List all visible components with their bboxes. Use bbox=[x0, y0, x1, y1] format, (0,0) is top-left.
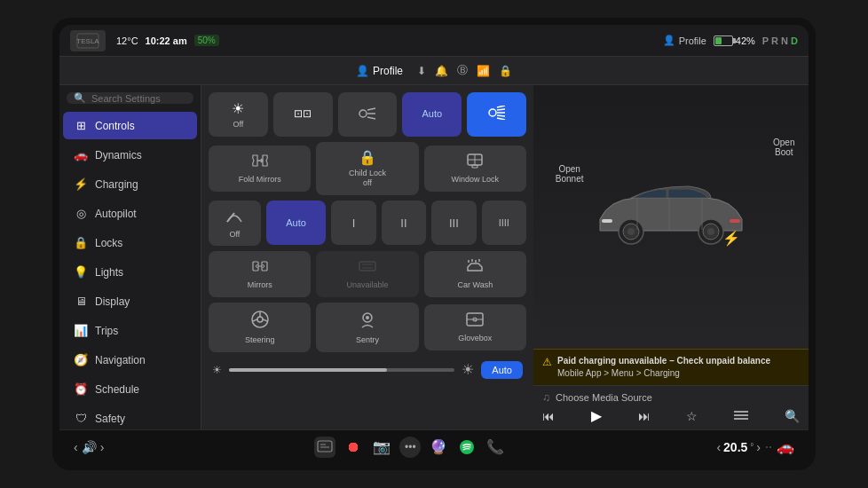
profile-label[interactable]: 👤 Profile bbox=[356, 65, 403, 77]
svg-line-19 bbox=[227, 213, 234, 222]
brightness-auto-btn[interactable]: Auto bbox=[481, 361, 523, 379]
media-bar: ♫ Choose Media Source ⏮ ▶ ⏭ ☆ bbox=[533, 385, 809, 429]
volume-icon[interactable]: 🔊 bbox=[82, 440, 97, 454]
sidebar-item-display[interactable]: 🖥 Display bbox=[63, 287, 197, 315]
clock: 10:22 am bbox=[146, 35, 187, 46]
sidebar-item-locks[interactable]: 🔒 Locks bbox=[63, 229, 197, 256]
wipers-row: Off Auto I II III IIII bbox=[209, 201, 526, 247]
sun-icon: ☀ bbox=[232, 100, 244, 117]
app-spotify[interactable] bbox=[456, 437, 477, 458]
screen: TESLA 12°C 10:22 am 50% 👤 Profile 42% P … bbox=[59, 25, 809, 463]
search-input[interactable] bbox=[91, 93, 186, 104]
fan-dots bbox=[766, 446, 771, 448]
svg-text:TESLA: TESLA bbox=[76, 37, 99, 45]
wiper-speed-4-btn[interactable]: IIII bbox=[482, 201, 526, 245]
child-lock-btn[interactable]: 🔒 Child Lockoff bbox=[316, 142, 418, 195]
locks-icon: 🔒 bbox=[74, 236, 88, 249]
lights-icon: 💡 bbox=[74, 265, 88, 279]
car-illustration bbox=[582, 173, 760, 262]
lock-icon[interactable]: 🔒 bbox=[499, 65, 512, 77]
app-browser[interactable] bbox=[314, 437, 335, 458]
wiper-off-btn[interactable]: Off bbox=[209, 201, 261, 247]
sidebar-item-trips[interactable]: 📊 Trips bbox=[63, 317, 197, 344]
app-energy[interactable]: 🔮 bbox=[428, 437, 449, 458]
open-boot-label[interactable]: Open Boot bbox=[773, 138, 794, 157]
parking-icon: ⊡⊡ bbox=[294, 107, 312, 120]
mirrors-icon bbox=[250, 258, 270, 278]
app-camera[interactable]: 📷 bbox=[371, 437, 392, 458]
sidebar-item-dynamics[interactable]: 🚗 Dynamics bbox=[63, 141, 197, 169]
search-box[interactable]: 🔍 bbox=[67, 92, 193, 104]
sidebar-item-safety[interactable]: 🛡 Safety bbox=[63, 405, 197, 429]
queue-btn[interactable] bbox=[734, 409, 748, 423]
charging-icon: ⚡ bbox=[74, 177, 88, 191]
brightness-high-icon: ☀ bbox=[462, 361, 474, 378]
play-btn[interactable]: ▶ bbox=[591, 407, 602, 424]
profile-button[interactable]: 👤 Profile bbox=[663, 35, 706, 46]
lowbeam-btn[interactable] bbox=[338, 92, 398, 137]
taskbar-nav-left[interactable]: ‹ bbox=[74, 440, 78, 454]
wiper-speed-1-btn[interactable]: I bbox=[331, 201, 375, 245]
search-media-btn[interactable]: 🔍 bbox=[785, 409, 800, 423]
brightness-low-icon: ☀ bbox=[212, 364, 222, 376]
svg-rect-23 bbox=[359, 262, 375, 271]
charging-lightning: ⚡ bbox=[722, 230, 740, 247]
highbeam-btn[interactable] bbox=[467, 92, 526, 137]
media-source[interactable]: ♫ Choose Media Source bbox=[542, 391, 800, 404]
main-content: 🔍 ⊞ Controls 🚗 Dynamics ⚡ Charging ◎ bbox=[59, 85, 809, 429]
download-icon[interactable]: ⬇ bbox=[417, 65, 426, 77]
temp-up-btn[interactable]: › bbox=[756, 440, 761, 454]
music-icon: ♫ bbox=[542, 391, 550, 404]
media-controls: ⏮ ▶ ⏭ ☆ 🔍 bbox=[542, 407, 800, 424]
warning-text: Paid charging unavailable – Check unpaid… bbox=[557, 355, 770, 380]
wiper-speed-2-btn[interactable]: II bbox=[382, 201, 426, 245]
svg-line-7 bbox=[497, 106, 505, 107]
car-wash-btn[interactable]: Car Wash bbox=[424, 251, 526, 297]
next-track-btn[interactable]: ⏭ bbox=[638, 409, 651, 423]
mirrors-adjust-btn[interactable]: Mirrors bbox=[209, 251, 311, 297]
sidebar-item-autopilot[interactable]: ◎ Autopilot bbox=[63, 200, 197, 227]
unavailable-btn: Unavailable bbox=[316, 251, 418, 297]
taskbar-nav-right[interactable]: › bbox=[100, 440, 105, 454]
unavailable-icon bbox=[358, 258, 377, 278]
app-phone[interactable]: 📞 bbox=[485, 437, 506, 458]
sidebar-item-charging[interactable]: ⚡ Charging bbox=[63, 170, 197, 198]
sidebar-item-navigation[interactable]: 🧭 Navigation bbox=[63, 346, 197, 374]
bell-icon[interactable]: 🔔 bbox=[435, 65, 448, 77]
window-lock-btn[interactable]: Window Lock bbox=[424, 146, 526, 192]
wiper-speed-3-btn[interactable]: III bbox=[431, 201, 476, 245]
wiper-auto-btn[interactable]: Auto bbox=[266, 201, 326, 245]
sidebar-item-controls[interactable]: ⊞ Controls bbox=[63, 112, 197, 139]
lights-row: ☀ Off ⊡⊡ bbox=[209, 92, 526, 137]
steering-icon bbox=[250, 310, 270, 333]
brightness-fill bbox=[229, 368, 387, 372]
svg-line-11 bbox=[497, 118, 505, 120]
temp-down-btn[interactable]: ‹ bbox=[716, 440, 721, 454]
svg-rect-44 bbox=[730, 219, 740, 223]
app-more[interactable]: ••• bbox=[399, 437, 421, 458]
fold-mirrors-btn[interactable]: Fold Mirrors bbox=[209, 146, 311, 192]
prev-track-btn[interactable]: ⏮ bbox=[542, 409, 555, 423]
status-bar: TESLA 12°C 10:22 am 50% 👤 Profile 42% P … bbox=[59, 25, 809, 57]
steering-btn[interactable]: Steering bbox=[209, 303, 311, 352]
glovebox-btn[interactable]: Glovebox bbox=[424, 304, 526, 350]
sidebar-item-lights[interactable]: 💡 Lights bbox=[63, 258, 197, 286]
app-record[interactable]: ⏺ bbox=[343, 437, 364, 458]
highbeam-icon bbox=[488, 106, 506, 123]
sidebar-item-schedule[interactable]: ⏰ Schedule bbox=[63, 375, 197, 403]
cabin-temp: 20.5 bbox=[723, 440, 747, 454]
favorite-btn[interactable]: ☆ bbox=[686, 409, 698, 423]
trips-icon: 📊 bbox=[74, 324, 88, 337]
open-bonnet-label[interactable]: Open Bonnet bbox=[556, 164, 584, 184]
svg-point-2 bbox=[359, 110, 367, 117]
safety-icon: 🛡 bbox=[74, 412, 88, 425]
child-lock-icon: 🔒 bbox=[359, 149, 376, 166]
parking-lights-btn[interactable]: ⊡⊡ bbox=[273, 92, 333, 137]
brightness-slider[interactable] bbox=[229, 368, 454, 372]
lights-off-btn[interactable]: ☀ Off bbox=[209, 92, 268, 137]
bluetooth-icon[interactable]: Ⓑ bbox=[457, 63, 468, 78]
auto-lights-btn[interactable]: Auto bbox=[402, 92, 462, 137]
sentry-btn[interactable]: Sentry bbox=[316, 303, 418, 352]
car-status-icon[interactable]: 🚗 bbox=[777, 438, 794, 455]
warning-icon: ⚠ bbox=[542, 356, 552, 368]
